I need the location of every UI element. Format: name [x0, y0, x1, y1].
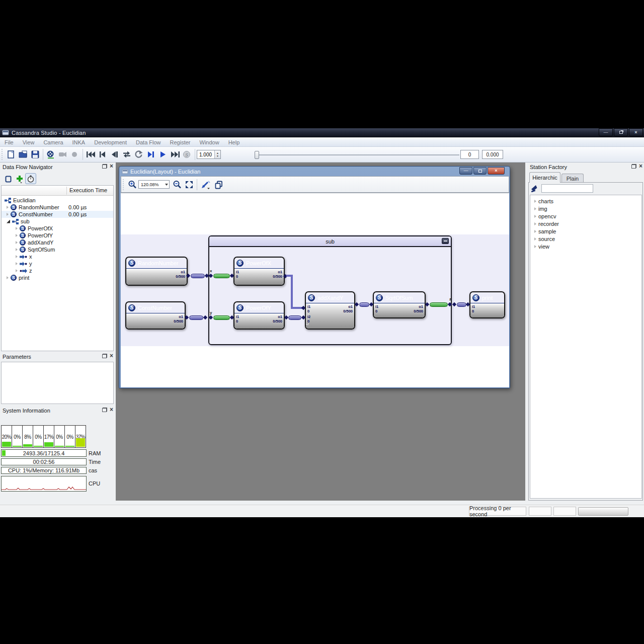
factory-item-charts[interactable]: charts — [530, 197, 641, 205]
float-panel-icon[interactable] — [102, 354, 107, 358]
menu-file[interactable]: File — [0, 138, 18, 146]
float-panel-icon[interactable] — [102, 408, 107, 412]
tree-item-z[interactable]: z — [2, 267, 113, 274]
menu-inka[interactable]: INKA — [68, 138, 90, 146]
menu-help[interactable]: Help — [224, 138, 245, 146]
tree-item-x[interactable]: x — [2, 253, 113, 260]
connector-purple[interactable] — [359, 302, 369, 307]
factory-item-recorder[interactable]: recorder — [530, 220, 641, 227]
skip-to-end-button[interactable] — [169, 148, 181, 160]
timer-toggle-button[interactable] — [25, 173, 36, 184]
speed-input[interactable] — [197, 152, 214, 157]
expander-collapsed-icon[interactable] — [534, 215, 536, 218]
factory-item-sample[interactable]: sample — [530, 227, 641, 235]
output-port[interactable]: o10/500 — [176, 270, 185, 279]
tab-plain[interactable]: Plain — [561, 174, 584, 183]
tree-item-powerofy[interactable]: SPowerOfY — [2, 232, 113, 239]
menu-development[interactable]: Development — [90, 138, 131, 146]
input-port[interactable]: i10 — [236, 314, 239, 324]
input-port[interactable]: i10 — [375, 304, 378, 313]
input-port[interactable]: i10 — [307, 304, 310, 313]
expander-collapsed-icon[interactable] — [534, 200, 536, 203]
execution-time-header[interactable]: Execution Time — [69, 187, 107, 193]
edit-pen-button[interactable] — [199, 179, 213, 191]
record-button[interactable] — [69, 148, 81, 160]
film-reel-button[interactable] — [45, 148, 57, 160]
float-panel-icon[interactable] — [631, 164, 636, 169]
output-port[interactable]: o10/500 — [343, 304, 353, 313]
layout-button[interactable] — [2, 173, 14, 185]
diagram-canvas[interactable]: sub SRandomNumber o10/500 SConstNumber o… — [121, 193, 509, 387]
tree-item-print[interactable]: Sprint — [2, 274, 113, 281]
expander-collapsed-icon[interactable] — [534, 207, 536, 210]
input-port[interactable]: i20 — [307, 314, 310, 324]
step-forward-button[interactable] — [145, 148, 157, 160]
expander-collapsed-icon[interactable] — [534, 230, 536, 233]
connector-green[interactable] — [213, 315, 230, 320]
timeline-slider[interactable] — [256, 154, 459, 155]
expander-collapsed-icon[interactable] — [7, 206, 9, 209]
play-button[interactable] — [157, 148, 169, 160]
step-back-button[interactable] — [109, 148, 121, 160]
expander-collapsed-icon[interactable] — [534, 222, 536, 225]
zoom-in-button[interactable] — [126, 179, 138, 191]
stop-processing-button[interactable]: S — [181, 148, 193, 160]
tab-hierarchic[interactable]: Hierarchic — [529, 172, 560, 183]
tree-item-euclidian[interactable]: Euclidian — [2, 197, 113, 204]
toolbar-grip[interactable] — [2, 149, 4, 160]
collapse-button[interactable] — [442, 238, 449, 244]
factory-item-opencv[interactable]: opencv — [530, 212, 641, 220]
skip-to-start-button[interactable] — [85, 148, 97, 160]
slider-handle[interactable] — [255, 151, 259, 159]
tree-item-sqrtofsum[interactable]: SSqrtOfSum — [2, 246, 113, 253]
expander-collapsed-icon[interactable] — [7, 213, 9, 216]
output-port[interactable]: o10/500 — [414, 304, 423, 313]
float-panel-icon[interactable] — [102, 164, 107, 169]
menu-camera[interactable]: Camera — [39, 138, 67, 146]
close-button[interactable]: × — [629, 128, 643, 136]
speed-spinner[interactable]: ▲▼ — [197, 150, 221, 159]
tree-item-addxandy[interactable]: SaddXandY — [2, 239, 113, 246]
factory-item-source[interactable]: source — [530, 235, 641, 243]
expander-collapsed-icon[interactable] — [7, 276, 9, 279]
child-restore-button[interactable] — [473, 167, 487, 175]
connector-green[interactable] — [430, 302, 448, 307]
factory-item-view[interactable]: view — [530, 243, 641, 250]
tree-item-randomnumber[interactable]: SRandomNumber0.00 µs — [2, 204, 113, 211]
close-panel-icon[interactable]: × — [110, 408, 113, 412]
close-panel-icon[interactable]: × — [110, 164, 113, 169]
restore-button[interactable] — [614, 128, 628, 136]
close-panel-icon[interactable]: × — [639, 164, 642, 169]
expander-collapsed-icon[interactable] — [16, 227, 18, 230]
add-station-button[interactable] — [13, 173, 25, 185]
connector-wire[interactable] — [291, 275, 293, 309]
block-powerofx[interactable]: SPowerOfX i10 o10/500 — [233, 257, 285, 286]
tree-item-powerofx[interactable]: SPowerOfX — [2, 225, 113, 232]
output-port[interactable]: o10/500 — [273, 314, 282, 324]
menu-register[interactable]: Register — [166, 138, 195, 146]
loop-button[interactable] — [121, 148, 133, 160]
block-print[interactable]: Sprint i10 — [469, 291, 505, 318]
expander-collapsed-icon[interactable] — [534, 237, 536, 240]
connector-purple[interactable] — [457, 302, 466, 307]
minimize-button[interactable]: — — [599, 128, 613, 136]
reset-button[interactable] — [133, 148, 145, 160]
expander-collapsed-icon[interactable] — [16, 255, 18, 258]
block-constnumber[interactable]: SConstNumber o10/500 — [125, 301, 186, 330]
fit-view-button[interactable] — [183, 179, 195, 191]
expander-collapsed-icon[interactable] — [534, 245, 536, 248]
zoom-level-combo[interactable]: 120.08% — [138, 180, 170, 189]
child-titlebar[interactable]: Euclidian(Layout) - Euclidian — × — [120, 167, 509, 176]
expander-collapsed-icon[interactable] — [16, 248, 18, 251]
expander-expanded-icon[interactable] — [7, 220, 10, 223]
factory-item-img[interactable]: img — [530, 205, 641, 212]
spinner-arrows[interactable]: ▲▼ — [214, 150, 220, 158]
new-document-button[interactable] — [5, 148, 17, 160]
factory-search-input[interactable] — [541, 184, 593, 193]
open-button[interactable] — [17, 148, 29, 160]
sub-container-header[interactable]: sub — [209, 236, 451, 247]
save-button[interactable] — [29, 148, 41, 160]
block-powerofy[interactable]: SPowerOfY i10 o10/500 — [233, 301, 285, 330]
connector-green[interactable] — [213, 274, 230, 278]
output-port[interactable]: o10/500 — [174, 314, 183, 324]
